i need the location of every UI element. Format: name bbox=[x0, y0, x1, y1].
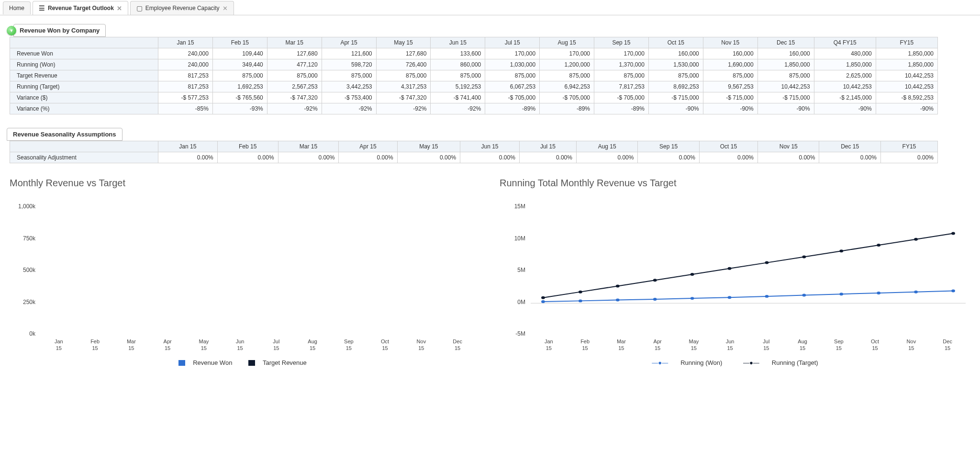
cell[interactable]: -$ 715,000 bbox=[757, 92, 814, 103]
cell[interactable]: 170,000 bbox=[594, 48, 649, 59]
cell[interactable]: 109,440 bbox=[212, 48, 267, 59]
cell[interactable]: 240,000 bbox=[158, 48, 213, 59]
cell[interactable]: 817,253 bbox=[158, 70, 213, 81]
cell[interactable]: -92% bbox=[267, 103, 322, 114]
cell[interactable]: 7,817,253 bbox=[594, 81, 649, 92]
cell[interactable]: 0.00% bbox=[397, 152, 460, 163]
cell[interactable]: 1,850,000 bbox=[876, 48, 937, 59]
cell[interactable]: 1,030,000 bbox=[485, 59, 540, 70]
cell[interactable]: 875,000 bbox=[703, 70, 757, 81]
cell[interactable]: 0.00% bbox=[699, 152, 757, 163]
cell[interactable]: 0.00% bbox=[758, 152, 819, 163]
cell[interactable]: 0.00% bbox=[519, 152, 576, 163]
cell[interactable]: -$ 705,000 bbox=[485, 92, 540, 103]
cell[interactable]: -92% bbox=[376, 103, 431, 114]
cell[interactable]: 860,000 bbox=[431, 59, 485, 70]
cell[interactable]: 1,530,000 bbox=[648, 59, 703, 70]
tab-home[interactable]: Home bbox=[3, 1, 31, 14]
cell[interactable]: -93% bbox=[212, 103, 267, 114]
cell[interactable]: 1,692,253 bbox=[212, 81, 267, 92]
cell[interactable]: -92% bbox=[322, 103, 376, 114]
cell[interactable]: 0.00% bbox=[217, 152, 278, 163]
cell[interactable]: 875,000 bbox=[322, 70, 376, 81]
cell[interactable]: -$ 747,320 bbox=[376, 92, 431, 103]
cell[interactable]: 875,000 bbox=[540, 70, 594, 81]
cell[interactable]: -90% bbox=[703, 103, 757, 114]
cell[interactable]: -90% bbox=[648, 103, 703, 114]
cell[interactable]: 0.00% bbox=[158, 152, 218, 163]
cell[interactable]: 1,200,000 bbox=[540, 59, 594, 70]
cell[interactable]: 726,400 bbox=[376, 59, 431, 70]
cell[interactable]: 875,000 bbox=[757, 70, 814, 81]
cell[interactable]: 121,600 bbox=[322, 48, 376, 59]
cell[interactable]: 349,440 bbox=[212, 59, 267, 70]
cell[interactable]: -$ 747,320 bbox=[267, 92, 322, 103]
cell[interactable]: -90% bbox=[814, 103, 876, 114]
close-icon[interactable]: ✕ bbox=[117, 5, 122, 12]
cell[interactable]: 6,942,253 bbox=[540, 81, 594, 92]
cell[interactable]: 875,000 bbox=[212, 70, 267, 81]
cell[interactable]: -$ 705,000 bbox=[594, 92, 649, 103]
cell[interactable]: 875,000 bbox=[594, 70, 649, 81]
close-icon[interactable]: ✕ bbox=[223, 5, 228, 12]
cell[interactable]: -85% bbox=[158, 103, 213, 114]
cell[interactable]: 133,600 bbox=[431, 48, 485, 59]
cell[interactable]: -89% bbox=[594, 103, 649, 114]
cell[interactable]: -$ 2,145,000 bbox=[814, 92, 876, 103]
cell[interactable]: 10,442,253 bbox=[876, 81, 937, 92]
cell[interactable]: -89% bbox=[485, 103, 540, 114]
cell[interactable]: 1,850,000 bbox=[814, 59, 876, 70]
cell[interactable]: 160,000 bbox=[757, 48, 814, 59]
cell[interactable]: -$ 577,253 bbox=[158, 92, 213, 103]
expand-toggle-icon[interactable]: ▼ bbox=[7, 26, 16, 35]
tab-revenue-target-outlook[interactable]: ☰ Revenue Target Outlook ✕ bbox=[33, 1, 128, 15]
cell[interactable]: 3,442,253 bbox=[322, 81, 376, 92]
cell[interactable]: 477,120 bbox=[267, 59, 322, 70]
cell[interactable]: 1,690,000 bbox=[703, 59, 757, 70]
cell[interactable]: 10,442,253 bbox=[814, 81, 876, 92]
cell[interactable]: -89% bbox=[540, 103, 594, 114]
cell[interactable]: 8,692,253 bbox=[648, 81, 703, 92]
cell[interactable]: 9,567,253 bbox=[703, 81, 757, 92]
cell[interactable]: 1,850,000 bbox=[876, 59, 937, 70]
cell[interactable]: 598,720 bbox=[322, 59, 376, 70]
cell[interactable]: 875,000 bbox=[485, 70, 540, 81]
cell[interactable]: 170,000 bbox=[485, 48, 540, 59]
cell[interactable]: 127,680 bbox=[267, 48, 322, 59]
cell[interactable]: 875,000 bbox=[376, 70, 431, 81]
cell[interactable]: 1,370,000 bbox=[594, 59, 649, 70]
cell[interactable]: -$ 715,000 bbox=[703, 92, 757, 103]
cell[interactable]: 0.00% bbox=[460, 152, 520, 163]
cell[interactable]: 0.00% bbox=[576, 152, 637, 163]
cell[interactable]: 0.00% bbox=[638, 152, 699, 163]
cell[interactable]: 170,000 bbox=[540, 48, 594, 59]
cell[interactable]: 6,067,253 bbox=[485, 81, 540, 92]
cell[interactable]: 5,192,253 bbox=[431, 81, 485, 92]
cell[interactable]: 10,442,253 bbox=[876, 70, 937, 81]
cell[interactable]: 0.00% bbox=[819, 152, 880, 163]
cell[interactable]: -$ 715,000 bbox=[648, 92, 703, 103]
cell[interactable]: 2,625,000 bbox=[814, 70, 876, 81]
cell[interactable]: 2,567,253 bbox=[267, 81, 322, 92]
cell[interactable]: 0.00% bbox=[278, 152, 339, 163]
cell[interactable]: 480,000 bbox=[814, 48, 876, 59]
cell[interactable]: 0.00% bbox=[339, 152, 397, 163]
cell[interactable]: 875,000 bbox=[267, 70, 322, 81]
cell[interactable]: -$ 8,592,253 bbox=[876, 92, 937, 103]
cell[interactable]: 10,442,253 bbox=[757, 81, 814, 92]
cell[interactable]: 1,850,000 bbox=[757, 59, 814, 70]
cell[interactable]: 160,000 bbox=[703, 48, 757, 59]
cell[interactable]: 875,000 bbox=[648, 70, 703, 81]
tab-employee-revenue-capacity[interactable]: ▢ Employee Revenue Capacity ✕ bbox=[130, 1, 234, 15]
cell[interactable]: 160,000 bbox=[648, 48, 703, 59]
section-tab-seasonality[interactable]: Revenue Seasonality Assumptions bbox=[7, 128, 122, 141]
cell[interactable]: -92% bbox=[431, 103, 485, 114]
cell[interactable]: 4,317,253 bbox=[376, 81, 431, 92]
cell[interactable]: 817,253 bbox=[158, 81, 213, 92]
cell[interactable]: 0.00% bbox=[880, 152, 937, 163]
cell[interactable]: -90% bbox=[876, 103, 937, 114]
cell[interactable]: -$ 765,560 bbox=[212, 92, 267, 103]
cell[interactable]: -$ 741,400 bbox=[431, 92, 485, 103]
section-tab-revenue-won[interactable]: Revenue Won by Company bbox=[13, 24, 106, 37]
cell[interactable]: -90% bbox=[757, 103, 814, 114]
